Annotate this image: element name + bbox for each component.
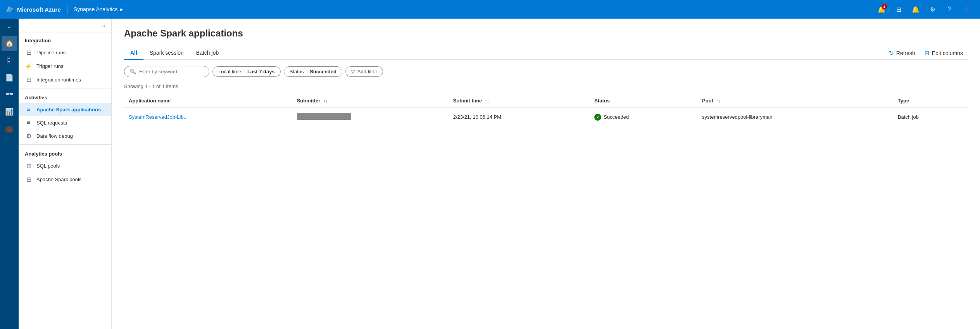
sidebar-item-sql-requests[interactable]: ≡ SQL requests bbox=[19, 116, 111, 129]
help-button[interactable]: ? bbox=[943, 2, 957, 16]
local-time-filter[interactable]: Local time : Last 7 days bbox=[212, 66, 281, 77]
edit-columns-icon: ⊟ bbox=[925, 50, 930, 57]
sidebar-collapse-area: » bbox=[19, 19, 111, 33]
main-layout: « 🏠 🗄 📄 📊 💼 » Integration ⊞ Pipeline run… bbox=[0, 19, 980, 329]
cell-submitter bbox=[292, 108, 449, 126]
tabs-bar: All Spark session Batch job ↻ Refresh ⊟ … bbox=[124, 47, 968, 60]
app-name-link[interactable]: SystemReservedJob-Lib... bbox=[129, 114, 188, 120]
col-submitter[interactable]: Submitter ↑↓ bbox=[292, 94, 449, 108]
sidebar-item-sql-pools[interactable]: ⊞ SQL pools bbox=[19, 159, 111, 173]
success-checkmark-icon: ✓ bbox=[594, 114, 601, 121]
sidebar-collapse-button[interactable]: » bbox=[100, 22, 107, 29]
rail-database-button[interactable]: 🗄 bbox=[2, 53, 17, 68]
settings-button[interactable]: ⚙ bbox=[926, 2, 940, 16]
cell-app-name: SystemReservedJob-Lib... bbox=[124, 108, 292, 126]
tab-spark-session[interactable]: Spark session bbox=[143, 47, 190, 60]
bell-icon-button[interactable]: 🔔 bbox=[909, 2, 923, 16]
pipeline-runs-icon: ⊞ bbox=[25, 49, 33, 56]
rail-document-button[interactable]: 📄 bbox=[2, 70, 17, 85]
sidebar-section-analytics-pools: Analytics pools bbox=[19, 146, 111, 159]
sidebar-section-integration: Integration bbox=[19, 33, 111, 46]
col-submit-time[interactable]: Submit time ↑↓ bbox=[449, 94, 590, 108]
portal-menu-button[interactable]: ⊞ bbox=[892, 2, 906, 16]
status-success-indicator: ✓ Succeeded bbox=[594, 114, 693, 121]
svg-rect-3 bbox=[6, 93, 9, 95]
add-filter-icon: ▽ bbox=[351, 69, 355, 74]
sidebar-item-spark-pools[interactable]: ⊟ Apache Spark pools bbox=[19, 173, 111, 186]
tab-batch-job[interactable]: Batch job bbox=[190, 47, 225, 60]
topbar: Microsoft Azure Synapse Analytics ▶ 🔔 1 … bbox=[0, 0, 980, 19]
rail-home-button[interactable]: 🏠 bbox=[2, 36, 17, 51]
rail-expand-button[interactable]: « bbox=[2, 22, 16, 33]
sidebar-item-spark-applications[interactable]: ≡ Apache Spark applications bbox=[19, 103, 111, 116]
add-filter-button[interactable]: ▽ Add filter bbox=[345, 66, 383, 77]
spark-applications-icon: ≡ bbox=[25, 106, 33, 113]
service-breadcrumb[interactable]: Synapse Analytics ▶ bbox=[74, 6, 123, 12]
submit-time-sort-icon: ↑↓ bbox=[485, 99, 489, 103]
azure-logo-icon bbox=[6, 5, 14, 13]
col-status[interactable]: Status bbox=[590, 94, 697, 108]
integration-runtimes-icon: ⊟ bbox=[25, 76, 33, 83]
content-area: Apache Spark applications All Spark sess… bbox=[112, 19, 980, 329]
trigger-runs-icon: ⚡ bbox=[25, 62, 33, 70]
search-icon: 🔍 bbox=[130, 69, 136, 74]
sidebar-item-trigger-runs[interactable]: ⚡ Trigger runs bbox=[19, 59, 111, 73]
cell-type: Batch job bbox=[893, 108, 968, 126]
sidebar-item-pipeline-runs[interactable]: ⊞ Pipeline runs bbox=[19, 46, 111, 59]
rail-pipeline-button[interactable] bbox=[2, 87, 17, 102]
sidebar-divider-1 bbox=[19, 88, 111, 88]
rail-monitor-button[interactable]: 📊 bbox=[2, 104, 17, 119]
sidebar-item-data-flow-debug[interactable]: ⚙ Data flow debug bbox=[19, 129, 111, 143]
filters-row: 🔍 Local time : Last 7 days Status : Succ… bbox=[124, 66, 968, 77]
submitter-redacted bbox=[297, 113, 351, 120]
cell-pool: systemreservedpool-libraryman bbox=[697, 108, 893, 126]
sidebar-section-activities: Activities bbox=[19, 90, 111, 103]
notifications-button[interactable]: 🔔 1 bbox=[875, 2, 889, 16]
svg-rect-4 bbox=[10, 93, 13, 95]
refresh-button[interactable]: ↻ Refresh bbox=[884, 47, 920, 59]
data-flow-debug-icon: ⚙ bbox=[25, 132, 33, 140]
cell-submit-time: 2/23/21, 10:06:14 PM bbox=[449, 108, 590, 126]
notification-badge: 1 bbox=[882, 4, 887, 9]
page-title: Apache Spark applications bbox=[124, 28, 968, 39]
pool-sort-icon: ↑↓ bbox=[716, 99, 720, 103]
sidebar-item-integration-runtimes[interactable]: ⊟ Integration runtimes bbox=[19, 73, 111, 87]
brand-logo[interactable]: Microsoft Azure bbox=[6, 5, 61, 13]
search-box[interactable]: 🔍 bbox=[124, 66, 209, 77]
cell-status: ✓ Succeeded bbox=[590, 108, 697, 126]
col-app-name[interactable]: Application name bbox=[124, 94, 292, 108]
data-table: Application name Submitter ↑↓ Submit tim… bbox=[124, 94, 968, 126]
item-count: Showing 1 - 1 of 1 items bbox=[124, 83, 968, 89]
sql-pools-icon: ⊞ bbox=[25, 162, 33, 170]
edit-columns-button[interactable]: ⊟ Edit columns bbox=[920, 47, 968, 59]
topbar-icons: 🔔 1 ⊞ 🔔 ⚙ ? 👤 bbox=[875, 2, 974, 16]
col-pool[interactable]: Pool ↑↓ bbox=[697, 94, 893, 108]
pipeline-icon bbox=[5, 91, 13, 99]
tab-all[interactable]: All bbox=[124, 47, 143, 60]
sql-requests-icon: ≡ bbox=[25, 119, 33, 126]
icon-rail: « 🏠 🗄 📄 📊 💼 bbox=[0, 19, 19, 329]
submitter-sort-icon: ↑↓ bbox=[323, 99, 328, 103]
topbar-divider bbox=[67, 5, 67, 14]
refresh-icon: ↻ bbox=[889, 50, 894, 57]
status-filter[interactable]: Status : Succeeded bbox=[284, 66, 342, 77]
spark-pools-icon: ⊟ bbox=[25, 176, 33, 183]
col-type[interactable]: Type bbox=[893, 94, 968, 108]
search-input[interactable] bbox=[139, 69, 204, 74]
sidebar-divider-2 bbox=[19, 144, 111, 145]
sidebar: » Integration ⊞ Pipeline runs ⚡ Trigger … bbox=[19, 19, 112, 329]
table-row: SystemReservedJob-Lib... 2/23/21, 10:06:… bbox=[124, 108, 968, 126]
account-button[interactable]: 👤 bbox=[960, 2, 974, 16]
rail-briefcase-button[interactable]: 💼 bbox=[2, 121, 17, 137]
